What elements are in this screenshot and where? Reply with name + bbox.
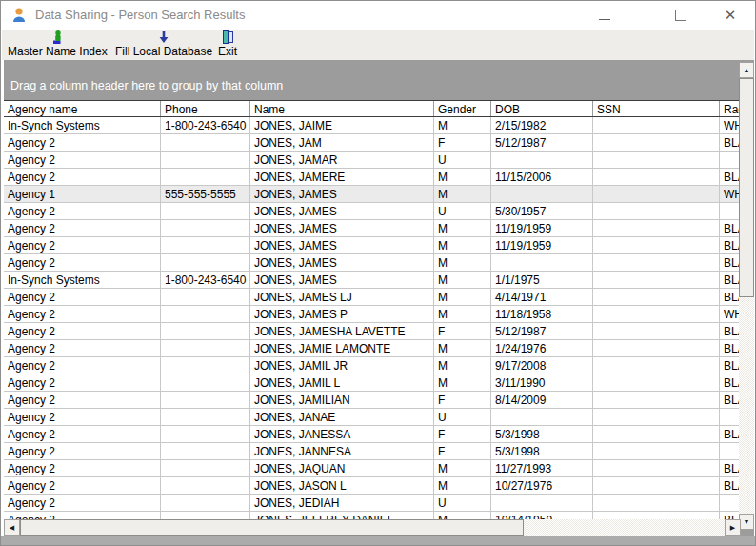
scroll-left-icon: ◀ xyxy=(10,524,14,531)
window-title: Data Sharing - Person Search Results xyxy=(35,8,245,22)
cell-dob xyxy=(491,254,593,271)
table-row[interactable]: Agency 2JONES, JAMESM11/19/1959BLA xyxy=(4,220,741,237)
horizontal-scrollbar-thumb[interactable] xyxy=(20,519,524,536)
cell-agency_name: Agency 2 xyxy=(4,169,161,185)
table-row[interactable]: Agency 2JONES, JAMES LJM4/14/1971BLA xyxy=(4,289,741,306)
table-row[interactable]: Agency 2JONES, JAMIL JRM9/17/2008BLA xyxy=(4,357,741,374)
cell-race: WH xyxy=(720,186,741,202)
cell-agency_name: Agency 2 xyxy=(4,306,161,322)
scroll-down-icon: ▼ xyxy=(744,518,750,525)
cell-name: JONES, JAMES xyxy=(250,237,434,253)
table-row[interactable]: Agency 2JONES, JANESSAF5/3/1998BLA xyxy=(4,426,741,443)
master-name-index-button[interactable]: Master Name Index xyxy=(5,30,110,59)
minimize-button[interactable] xyxy=(591,1,618,30)
vertical-scrollbar[interactable]: ▲ ▼ xyxy=(739,62,754,530)
table-row[interactable]: Agency 2JONES, JAMIL LM3/11/1990BLA xyxy=(4,374,741,392)
results-grid-panel: Drag a column header here to group by th… xyxy=(4,60,754,536)
cell-phone xyxy=(161,152,250,168)
table-row[interactable]: Agency 2JONES, JANNESAF5/3/1998 xyxy=(4,443,741,460)
cell-dob xyxy=(491,152,593,168)
table-row[interactable]: Agency 2JONES, JAQUANM11/27/1993BLA xyxy=(4,460,741,477)
cell-agency_name: Agency 2 xyxy=(4,357,161,374)
table-row[interactable]: In-Synch Systems1-800-243-6540 x 2JONES,… xyxy=(4,272,741,289)
cell-name: JONES, JAMERE xyxy=(250,169,434,185)
cell-dob xyxy=(491,186,593,202)
cell-ssn xyxy=(593,272,720,288)
table-row[interactable]: Agency 1555-555-5555JONES, JAMESMWH xyxy=(4,186,741,203)
cell-race xyxy=(720,203,741,219)
cell-agency_name: Agency 2 xyxy=(4,203,161,219)
cell-name: JONES, JANESSA xyxy=(250,426,434,442)
scroll-right-button[interactable]: ▶ xyxy=(725,519,741,536)
column-header-ssn[interactable]: SSN xyxy=(593,101,720,116)
cell-race: BLA xyxy=(720,254,741,271)
cell-agency_name: Agency 2 xyxy=(4,512,161,519)
table-row[interactable]: Agency 2JONES, JAMIE LAMONTEM1/24/1976BL… xyxy=(4,340,741,357)
table-row[interactable]: Agency 2JONES, JAMF5/12/1987BLA xyxy=(4,134,741,152)
cell-ssn xyxy=(593,374,720,391)
close-icon: ✕ xyxy=(725,7,737,24)
maximize-button[interactable] xyxy=(667,1,694,30)
table-row[interactable]: Agency 2JONES, JAMEREM11/15/2006BLA xyxy=(4,169,741,186)
column-header-race[interactable]: Rac xyxy=(720,101,741,116)
window-bottom-edge xyxy=(1,536,755,545)
cell-ssn xyxy=(593,117,720,133)
column-header-agency_name[interactable]: Agency name xyxy=(4,101,161,116)
column-header-name[interactable]: Name xyxy=(250,101,434,116)
cell-agency_name: Agency 2 xyxy=(4,340,161,356)
exit-button[interactable]: Exit xyxy=(215,30,240,59)
group-by-drop-zone[interactable]: Drag a column header here to group by th… xyxy=(4,60,754,100)
table-row[interactable]: Agency 2JONES, JEFFREY DANIELM10/14/1959… xyxy=(4,512,741,519)
cell-dob: 1/24/1976 xyxy=(491,340,593,356)
table-row[interactable]: Agency 2JONES, JAMESMBLA xyxy=(4,254,741,272)
cell-race: BLA xyxy=(720,134,741,151)
cell-race: BLA xyxy=(720,477,741,494)
cell-ssn xyxy=(593,220,720,236)
table-row[interactable]: Agency 2JONES, JAMESU5/30/1957 xyxy=(4,203,741,220)
minimize-icon xyxy=(599,19,610,20)
cell-gender: F xyxy=(434,426,491,442)
table-row[interactable]: Agency 2JONES, JEDIAHU xyxy=(4,495,741,512)
table-row[interactable]: Agency 2JONES, JAMESHA LAVETTEF5/12/1987… xyxy=(4,323,741,340)
cell-ssn xyxy=(593,237,720,253)
table-row[interactable]: Agency 2JONES, JAMILIANF8/14/2009BLA xyxy=(4,392,741,409)
cell-gender: M xyxy=(434,169,491,185)
fill-local-database-button[interactable]: Fill Local Database xyxy=(112,30,215,59)
cell-dob: 11/27/1993 xyxy=(491,460,593,476)
table-row[interactable]: Agency 2JONES, JAMARU xyxy=(4,152,741,169)
cell-name: JONES, JAMES xyxy=(250,203,434,219)
cell-name: JONES, JEDIAH xyxy=(250,495,434,511)
column-header-gender[interactable]: Gender xyxy=(434,101,491,116)
table-row[interactable]: Agency 2JONES, JAMES PM11/18/1958WH xyxy=(4,306,741,323)
cell-ssn xyxy=(593,443,720,459)
cell-race: BLA xyxy=(720,220,741,236)
scroll-up-button[interactable]: ▲ xyxy=(739,62,754,78)
cell-race: BLA xyxy=(720,237,741,253)
cell-dob: 11/15/2006 xyxy=(491,169,593,185)
cell-gender: F xyxy=(434,134,491,151)
cell-ssn xyxy=(593,460,720,476)
column-header-dob[interactable]: DOB xyxy=(491,101,593,116)
table-row[interactable]: Agency 2JONES, JAMESM11/19/1959BLA xyxy=(4,237,741,254)
cell-phone xyxy=(161,306,250,322)
cell-ssn xyxy=(593,409,720,425)
cell-race: WH xyxy=(720,117,741,133)
cell-agency_name: Agency 2 xyxy=(4,254,161,271)
close-button[interactable]: ✕ xyxy=(717,1,744,30)
table-row[interactable]: Agency 2JONES, JASON LM10/27/1976BLA xyxy=(4,477,741,495)
cell-race: BLA xyxy=(720,426,741,442)
cell-ssn xyxy=(593,169,720,185)
cell-name: JONES, JAMES xyxy=(250,254,434,271)
fill-local-database-icon xyxy=(156,30,171,45)
table-row[interactable]: In-Synch Systems1-800-243-6540 x 2JONES,… xyxy=(4,117,741,134)
horizontal-scrollbar[interactable]: ◀ ▶ xyxy=(4,519,741,536)
cell-name: JONES, JAIME xyxy=(250,117,434,133)
scroll-left-button[interactable]: ◀ xyxy=(4,519,20,536)
table-row[interactable]: Agency 2JONES, JANAEU xyxy=(4,409,741,426)
column-header-phone[interactable]: Phone xyxy=(161,101,250,116)
scroll-down-button[interactable]: ▼ xyxy=(739,514,754,530)
cell-agency_name: In-Synch Systems xyxy=(4,117,161,133)
vertical-scrollbar-thumb[interactable] xyxy=(739,78,754,297)
cell-race: BLA xyxy=(720,460,741,476)
cell-phone: 1-800-243-6540 x 2 xyxy=(161,272,250,288)
